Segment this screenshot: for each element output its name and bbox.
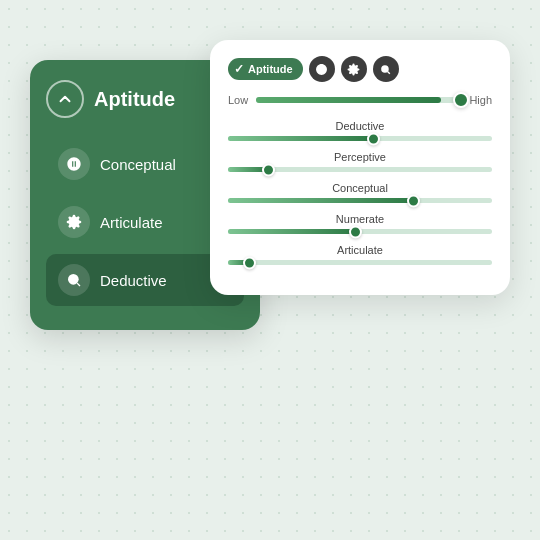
- skill-label-perceptive: Perceptive: [228, 151, 492, 163]
- deductive-icon: [58, 264, 90, 296]
- svg-point-1: [68, 274, 79, 285]
- skill-row-deductive: Deductive: [228, 120, 492, 141]
- skill-thumb-articulate: [243, 256, 256, 269]
- skill-thumb-conceptual: [407, 194, 420, 207]
- main-slider-track[interactable]: [256, 97, 461, 103]
- skill-fill-numerate: [228, 229, 355, 234]
- skill-slider-deductive[interactable]: [228, 136, 492, 141]
- skill-label-articulate: Articulate: [228, 244, 492, 256]
- skill-label-deductive: Deductive: [228, 120, 492, 132]
- skill-slider-conceptual[interactable]: [228, 198, 492, 203]
- skill-thumb-perceptive: [262, 163, 275, 176]
- aptitude-tag-label: Aptitude: [248, 63, 293, 75]
- main-slider-thumb: [453, 92, 469, 108]
- low-label: Low: [228, 94, 248, 106]
- main-slider-fill: [256, 97, 441, 103]
- skill-row-conceptual: Conceptual: [228, 182, 492, 203]
- skill-label-numerate: Numerate: [228, 213, 492, 225]
- articulate-icon: [58, 206, 90, 238]
- svg-line-5: [388, 71, 390, 73]
- skill-row-perceptive: Perceptive: [228, 151, 492, 172]
- aptitude-tag[interactable]: ✓ Aptitude: [228, 58, 303, 80]
- deductive-label: Deductive: [100, 272, 167, 289]
- aptitude-circle-icon: [46, 80, 84, 118]
- tag-icon-1[interactable]: [309, 56, 335, 82]
- skills-list: Deductive Perceptive Conceptual: [228, 120, 492, 265]
- main-container: Aptitude Conceptual Articulate Deductive: [30, 40, 510, 500]
- skill-slider-articulate[interactable]: [228, 260, 492, 265]
- high-label: High: [469, 94, 492, 106]
- svg-line-2: [77, 283, 80, 286]
- conceptual-icon: [58, 148, 90, 180]
- left-card-title: Aptitude: [94, 88, 175, 111]
- tag-icon-3[interactable]: [373, 56, 399, 82]
- tag-icon-2[interactable]: [341, 56, 367, 82]
- right-card: ✓ Aptitude Low High Dedu: [210, 40, 510, 295]
- check-icon: ✓: [234, 62, 244, 76]
- right-card-header: ✓ Aptitude: [228, 56, 492, 82]
- skill-thumb-deductive: [367, 132, 380, 145]
- skill-row-numerate: Numerate: [228, 213, 492, 234]
- skill-row-articulate: Articulate: [228, 244, 492, 265]
- skill-thumb-numerate: [349, 225, 362, 238]
- articulate-label: Articulate: [100, 214, 163, 231]
- conceptual-label: Conceptual: [100, 156, 176, 173]
- skill-fill-conceptual: [228, 198, 413, 203]
- skill-fill-deductive: [228, 136, 373, 141]
- skill-label-conceptual: Conceptual: [228, 182, 492, 194]
- low-high-row: Low High: [228, 94, 492, 106]
- skill-slider-perceptive[interactable]: [228, 167, 492, 172]
- skill-slider-numerate[interactable]: [228, 229, 492, 234]
